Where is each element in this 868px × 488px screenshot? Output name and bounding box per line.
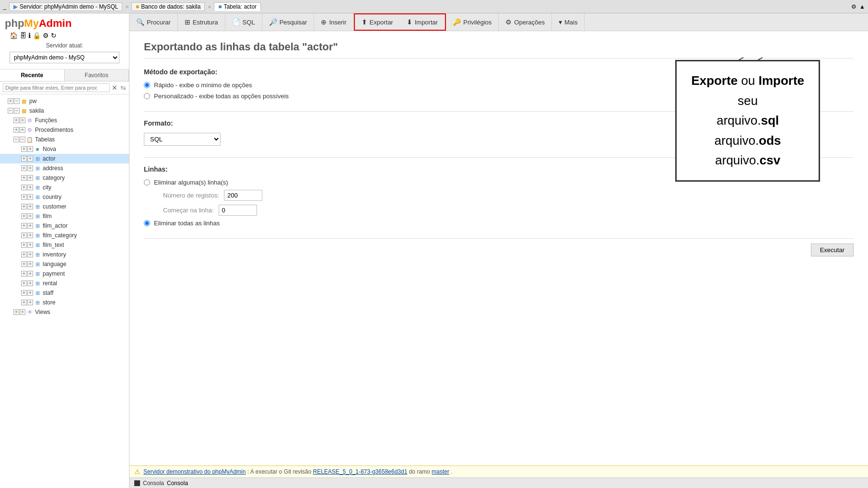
pm-actor[interactable]: + — [21, 156, 27, 162]
pm-funcoes[interactable]: + — [13, 117, 19, 123]
pm2-tabelas[interactable]: − — [20, 137, 25, 142]
radio-eliminar-alguma[interactable] — [144, 179, 150, 186]
pm2-film-category[interactable]: + — [27, 232, 33, 238]
tree-item-film-category[interactable]: + + ⊞ film_category — [0, 231, 129, 240]
tree-item-staff[interactable]: + + ⊞ staff — [0, 288, 129, 298]
pm2-sakila[interactable]: − — [14, 108, 20, 114]
tree-item-city[interactable]: + + ⊞ city — [0, 183, 129, 192]
tree-item-payment[interactable]: + + ⊞ payment — [0, 269, 129, 279]
importar-button[interactable]: ⬇ Importar — [400, 14, 445, 30]
database-tab[interactable]: ■ Banco de dados: sakila — [131, 2, 205, 11]
pm2-funcoes[interactable]: + — [20, 117, 25, 123]
pm-city[interactable]: + — [21, 185, 27, 190]
bottombar-link-pma[interactable]: Servidor demonstrativo do phpMyAdmin — [143, 468, 246, 475]
filter-input[interactable] — [3, 83, 110, 92]
lock-icon[interactable]: 🔒 — [33, 32, 41, 39]
tree-item-country[interactable]: + + ⊞ country — [0, 192, 129, 202]
pm-staff[interactable]: + — [21, 290, 27, 296]
server-tab[interactable]: ▶ Servidor: phpMyAdmin demo - MySQL — [9, 2, 122, 11]
settings-icon[interactable]: ⚙ — [851, 3, 856, 10]
format-select[interactable]: SQL — [144, 133, 221, 146]
tree-item-language[interactable]: + + ⊞ language — [0, 259, 129, 269]
pm-film-text[interactable]: + — [21, 242, 27, 248]
restore-icon[interactable]: ▲ — [859, 3, 865, 10]
bottombar-link-revision[interactable]: RELEASE_5_0_1-873-g3658e6d3d1 — [313, 468, 408, 475]
pm-tabelas[interactable]: − — [13, 137, 19, 142]
pm-store[interactable]: + — [21, 300, 27, 305]
radio-eliminar-alguma-label[interactable]: Eliminar alguma(s) linha(s) — [154, 179, 228, 186]
tree-item-nova[interactable]: + + ■ Nova — [0, 144, 129, 154]
table-tab[interactable]: ■ Tabela: actor — [214, 2, 261, 11]
tree-item-film-actor[interactable]: + + ⊞ film_actor — [0, 221, 129, 231]
procurar-button[interactable]: 🔍 Procurar — [129, 13, 178, 31]
privilegios-button[interactable]: 🔑 Privilégios — [446, 13, 499, 31]
pm-category[interactable]: + — [21, 175, 27, 181]
pm2-city[interactable]: + — [27, 185, 33, 190]
settings2-icon[interactable]: ⚙ — [43, 32, 49, 39]
pm-proc[interactable]: + — [13, 127, 19, 133]
pm-pw[interactable]: + — [8, 98, 13, 104]
tree-item-inventory[interactable]: + + ⊞ inventory — [0, 250, 129, 259]
pm2-film-text[interactable]: + — [27, 242, 33, 248]
tree-item-funcoes[interactable]: + + ⚙ Funções — [0, 116, 129, 125]
pm-film-category[interactable]: + — [21, 232, 27, 238]
pesquisar-button[interactable]: 🔎 Pesquisar — [262, 13, 315, 31]
execute-button[interactable]: Executar — [811, 244, 854, 256]
console-label[interactable]: Consola — [143, 480, 164, 487]
pm2-category[interactable]: + — [27, 175, 33, 181]
tab-favoritos[interactable]: Favoritos — [65, 70, 129, 81]
tree-item-sakila[interactable]: − − ▦ sakila — [0, 106, 129, 116]
pm2-language[interactable]: + — [27, 261, 33, 267]
pm2-views[interactable]: + — [20, 309, 25, 315]
pm-address[interactable]: + — [21, 165, 27, 171]
mais-button[interactable]: ▾ Mais — [552, 13, 585, 31]
pm-sakila[interactable]: − — [8, 108, 13, 114]
pm2-nova[interactable]: + — [27, 146, 33, 152]
tree-item-procedimentos[interactable]: + + ⚙ Procedimentos — [0, 125, 129, 135]
tab-recente[interactable]: Recente — [0, 70, 65, 81]
pm2-proc[interactable]: + — [20, 127, 25, 133]
tree-item-actor[interactable]: + + ⊞ actor — [0, 154, 129, 163]
db-icon[interactable]: 🗄 — [20, 32, 26, 39]
pm-nova[interactable]: + — [21, 146, 27, 152]
pm2-country[interactable]: + — [27, 194, 33, 200]
pm-film-actor[interactable]: + — [21, 223, 27, 229]
inserir-button[interactable]: ⊕ Inserir — [314, 13, 353, 31]
pm2-rental[interactable]: + — [27, 280, 33, 286]
pm2-pw[interactable]: − — [14, 98, 20, 104]
pm-payment[interactable]: + — [21, 271, 27, 277]
pm2-film-actor[interactable]: + — [27, 223, 33, 229]
pm2-payment[interactable]: + — [27, 271, 33, 277]
tree-item-customer[interactable]: + + ⊞ customer — [0, 202, 129, 211]
operacoes-button[interactable]: ⚙ Operações — [499, 13, 552, 31]
bottombar-link-branch[interactable]: master — [432, 468, 449, 475]
pm2-customer[interactable]: + — [27, 204, 33, 209]
pm2-store[interactable]: + — [27, 300, 33, 305]
pm-film[interactable]: + — [21, 213, 27, 219]
pm-views[interactable]: + — [13, 309, 19, 315]
num-registos-input[interactable] — [224, 190, 262, 201]
refresh-icon[interactable]: ↻ — [51, 32, 57, 39]
radio-rapido[interactable] — [144, 82, 150, 88]
radio-eliminar-todas[interactable] — [144, 220, 150, 226]
exportar-button[interactable]: ⬆ Exportar — [355, 14, 400, 30]
pm2-film[interactable]: + — [27, 213, 33, 219]
tree-item-pw[interactable]: + − ▦ pw — [0, 96, 129, 106]
home-icon[interactable]: 🏠 — [10, 32, 18, 39]
estrutura-button[interactable]: ⊞ Estrutura — [178, 13, 225, 31]
radio-eliminar-todas-label[interactable]: Eliminar todas as linhas — [154, 220, 220, 227]
pm2-inventory[interactable]: + — [27, 252, 33, 257]
tree-item-tabelas[interactable]: − − 📋 Tabelas — [0, 135, 129, 144]
pm-inventory[interactable]: + — [21, 252, 27, 257]
comecar-linha-input[interactable] — [219, 205, 257, 216]
minimize-btn[interactable]: ⎯ — [3, 3, 6, 10]
server-select[interactable]: phpMyAdmin demo - MySQ — [10, 52, 119, 63]
tree-item-rental[interactable]: + + ⊞ rental — [0, 279, 129, 288]
info-icon[interactable]: ℹ — [28, 32, 31, 39]
tree-item-address[interactable]: + + ⊞ address — [0, 163, 129, 173]
pm-customer[interactable]: + — [21, 204, 27, 209]
radio-personalizado-label[interactable]: Personalizado - exibe todas as opções po… — [154, 93, 289, 100]
tree-item-film[interactable]: + + ⊞ film — [0, 211, 129, 221]
sql-button[interactable]: 📄 SQL — [225, 13, 262, 31]
pm2-actor[interactable]: + — [27, 156, 33, 162]
